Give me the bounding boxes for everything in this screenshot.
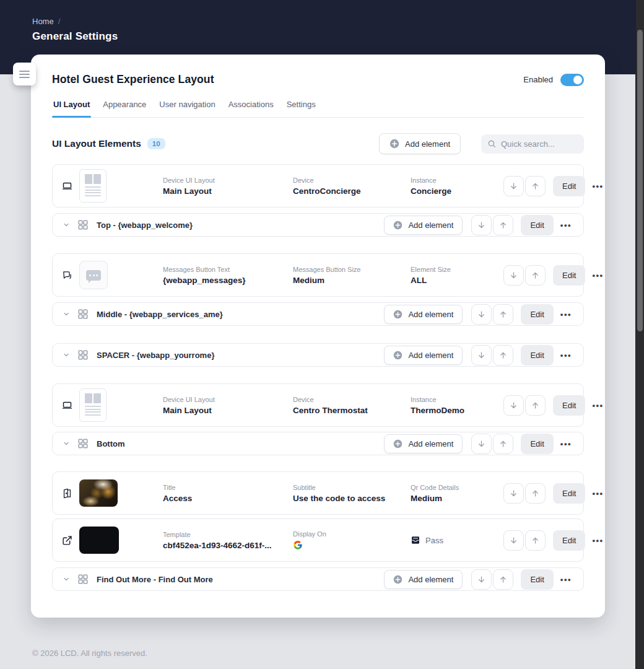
more-options-button[interactable]: ••• bbox=[558, 218, 574, 232]
move-up-button[interactable] bbox=[493, 304, 513, 325]
group-row: Bottom Add element Edit ••• bbox=[52, 432, 584, 455]
more-options-button[interactable]: ••• bbox=[558, 572, 574, 587]
move-up-button[interactable] bbox=[493, 434, 513, 454]
edit-button[interactable]: Edit bbox=[521, 434, 553, 454]
edit-button[interactable]: Edit bbox=[553, 530, 585, 551]
move-down-button[interactable] bbox=[503, 530, 524, 551]
scrollbar-thumb[interactable] bbox=[637, 30, 643, 331]
move-up-button[interactable] bbox=[525, 530, 546, 551]
move-down-button[interactable] bbox=[503, 395, 524, 416]
move-down-button[interactable] bbox=[471, 215, 492, 235]
more-options-button[interactable]: ••• bbox=[558, 348, 574, 362]
grid-icon bbox=[77, 574, 89, 585]
field-label: Display On bbox=[293, 530, 411, 538]
move-down-button[interactable] bbox=[471, 345, 492, 365]
group-row: Middle - {webapp_services_ame} Add eleme… bbox=[52, 302, 584, 326]
enabled-toggle[interactable] bbox=[560, 74, 584, 86]
more-options-button[interactable]: ••• bbox=[590, 268, 606, 282]
more-options-button[interactable]: ••• bbox=[558, 437, 574, 451]
move-up-button[interactable] bbox=[493, 215, 513, 235]
more-options-button[interactable]: ••• bbox=[590, 533, 606, 548]
card-title: Hotel Guest Experience Layout bbox=[52, 73, 214, 86]
edit-button[interactable]: Edit bbox=[553, 395, 585, 416]
field-value: Concierge bbox=[411, 186, 503, 196]
group-title: Bottom bbox=[97, 439, 125, 448]
chevron-down-icon[interactable] bbox=[63, 575, 70, 583]
add-element-button[interactable]: Add element bbox=[384, 305, 463, 324]
chevron-down-icon[interactable] bbox=[63, 351, 70, 359]
search-input[interactable] bbox=[501, 139, 575, 149]
field-value: Pass bbox=[425, 536, 443, 545]
field-label: Messages Button Text bbox=[163, 266, 293, 273]
add-element-button[interactable]: Add element bbox=[384, 434, 463, 453]
more-options-button[interactable]: ••• bbox=[590, 179, 606, 193]
add-element-button[interactable]: Add element bbox=[384, 570, 463, 589]
scrollbar-track[interactable] bbox=[635, 0, 644, 669]
move-up-button[interactable] bbox=[493, 569, 513, 590]
add-element-label: Add element bbox=[408, 351, 453, 360]
move-down-button[interactable] bbox=[471, 304, 492, 325]
messages-icon bbox=[62, 270, 72, 281]
tab-settings[interactable]: Settings bbox=[285, 100, 317, 117]
group-title: SPACER - {webapp_yourrome} bbox=[97, 351, 214, 360]
tab-associations[interactable]: Associations bbox=[227, 100, 275, 117]
move-down-button[interactable] bbox=[503, 176, 524, 196]
move-up-button[interactable] bbox=[493, 345, 513, 365]
enabled-label: Enabled bbox=[523, 75, 553, 84]
field-value: cbf452ea-1d93-4662-d61f-... bbox=[163, 541, 293, 550]
layout-preview-thumbnail bbox=[79, 388, 107, 422]
breadcrumb-home-link[interactable]: Home bbox=[32, 17, 54, 26]
move-up-button[interactable] bbox=[525, 176, 546, 196]
field-value: Main Layout bbox=[163, 406, 293, 415]
external-link-icon bbox=[62, 535, 72, 546]
field-label: Messages Button Size bbox=[293, 266, 411, 273]
field-label: Qr Code Details bbox=[411, 484, 503, 491]
add-element-button[interactable]: Add element bbox=[384, 346, 463, 365]
edit-button[interactable]: Edit bbox=[553, 483, 585, 504]
settings-card: Hotel Guest Experience Layout Enabled UI… bbox=[31, 55, 605, 618]
count-badge: 10 bbox=[147, 138, 165, 149]
quick-search-box[interactable] bbox=[481, 134, 584, 154]
more-options-button[interactable]: ••• bbox=[590, 398, 606, 413]
move-up-button[interactable] bbox=[525, 395, 546, 416]
field-label: Device bbox=[293, 177, 411, 184]
field-label: Device UI Layout bbox=[163, 177, 293, 184]
move-up-button[interactable] bbox=[525, 265, 546, 286]
message-preview-thumbnail bbox=[79, 261, 108, 289]
hamburger-menu-button[interactable] bbox=[13, 63, 36, 85]
add-element-button[interactable]: Add element bbox=[379, 133, 461, 154]
more-options-button[interactable]: ••• bbox=[558, 307, 574, 321]
edit-button[interactable]: Edit bbox=[553, 265, 585, 286]
tab-user-navigation[interactable]: User navigation bbox=[158, 100, 216, 117]
field-value: ALL bbox=[411, 276, 503, 285]
tab-ui-layout[interactable]: UI Layout bbox=[52, 100, 91, 117]
move-down-button[interactable] bbox=[503, 265, 524, 286]
add-element-label: Add element bbox=[408, 575, 453, 584]
move-down-button[interactable] bbox=[471, 569, 492, 590]
edit-button[interactable]: Edit bbox=[521, 569, 553, 590]
tab-appearance[interactable]: Appearance bbox=[102, 100, 147, 117]
chevron-down-icon[interactable] bbox=[63, 310, 70, 318]
add-element-button[interactable]: Add element bbox=[384, 216, 463, 235]
add-element-label: Add element bbox=[408, 439, 453, 448]
edit-button[interactable]: Edit bbox=[553, 176, 585, 196]
move-down-button[interactable] bbox=[503, 483, 524, 504]
chevron-down-icon[interactable] bbox=[63, 440, 70, 447]
move-up-button[interactable] bbox=[525, 483, 546, 504]
group-row: Find Out More - Find Out More Add elemen… bbox=[52, 567, 584, 591]
more-options-button[interactable]: ••• bbox=[590, 486, 606, 501]
field-label: Element Size bbox=[411, 266, 503, 273]
edit-button[interactable]: Edit bbox=[521, 215, 553, 235]
edit-button[interactable]: Edit bbox=[521, 304, 553, 325]
grid-icon bbox=[77, 219, 89, 230]
group-title: Middle - {webapp_services_ame} bbox=[97, 310, 223, 319]
field-value: CentroConcierge bbox=[293, 186, 411, 196]
group-title: Top - {webapp_welcome} bbox=[97, 221, 193, 230]
pass-inbox-icon bbox=[411, 535, 420, 545]
field-label: Template bbox=[163, 531, 293, 538]
table-row: TitleAccess SubtitleUse the code to acce… bbox=[52, 471, 584, 515]
chevron-down-icon[interactable] bbox=[63, 221, 70, 229]
breadcrumb-separator: / bbox=[58, 17, 61, 26]
edit-button[interactable]: Edit bbox=[521, 345, 553, 365]
move-down-button[interactable] bbox=[471, 434, 492, 454]
